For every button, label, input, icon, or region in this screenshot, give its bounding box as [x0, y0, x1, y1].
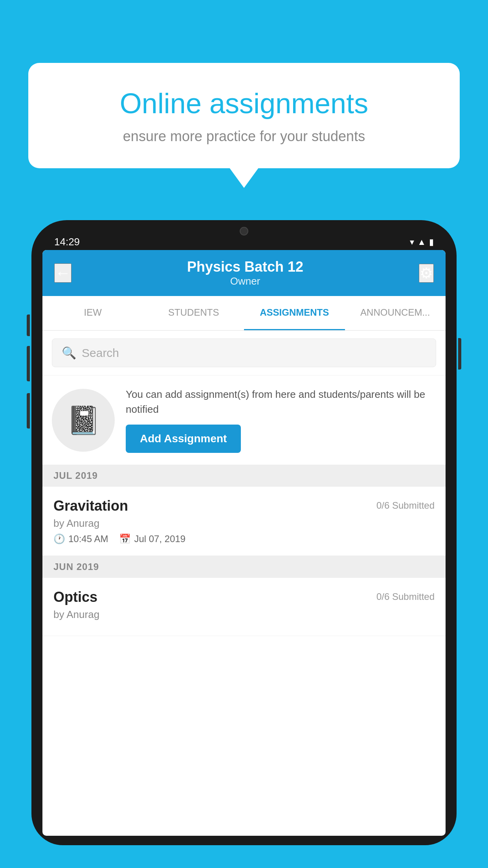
phone-notch	[213, 220, 275, 242]
assignment-by-optics: by Anurag	[53, 609, 435, 621]
phone-container: 14:29 ▾ ▲ ▮ ← Physics Batch 12 Owner ⚙	[31, 220, 457, 868]
search-icon: 🔍	[62, 346, 76, 360]
assignment-by-gravitation: by Anurag	[53, 517, 435, 530]
assignment-submitted-gravitation: 0/6 Submitted	[376, 500, 435, 511]
promo-description: You can add assignment(s) from here and …	[126, 387, 436, 417]
assignment-name-gravitation: Gravitation	[53, 498, 128, 514]
tab-students[interactable]: STUDENTS	[143, 296, 244, 330]
search-box[interactable]: 🔍 Search	[52, 338, 436, 367]
section-header-jun-text: JUN 2019	[53, 561, 99, 572]
assignment-date-gravitation: 📅 Jul 07, 2019	[119, 533, 185, 544]
phone-screen: ← Physics Batch 12 Owner ⚙ IEW STUDENTS …	[42, 250, 446, 836]
silent-button	[27, 393, 30, 428]
phone-time: 14:29	[54, 236, 80, 248]
assignment-row-top-optics: Optics 0/6 Submitted	[53, 589, 435, 605]
status-bar: 14:29 ▾ ▲ ▮	[42, 232, 446, 250]
notebook-icon: 📓	[66, 404, 101, 436]
assignment-submitted-optics: 0/6 Submitted	[376, 591, 435, 602]
add-assignment-button[interactable]: Add Assignment	[126, 425, 241, 453]
settings-button[interactable]: ⚙	[419, 264, 434, 283]
speech-bubble-title: Online assignments	[56, 86, 432, 120]
speech-bubble-subtitle: ensure more practice for your students	[56, 128, 432, 145]
status-icons: ▾ ▲ ▮	[410, 237, 434, 247]
promo-section: 📓 You can add assignment(s) from here an…	[42, 375, 446, 465]
assignment-item-gravitation[interactable]: Gravitation 0/6 Submitted by Anurag 🕐 10…	[42, 487, 446, 556]
back-button[interactable]: ←	[54, 263, 72, 283]
time-value-gravitation: 10:45 AM	[68, 533, 108, 544]
section-header-jun: JUN 2019	[42, 556, 446, 578]
assignment-row-top: Gravitation 0/6 Submitted	[53, 498, 435, 514]
volume-up-button	[27, 314, 30, 336]
speech-bubble: Online assignments ensure more practice …	[28, 63, 460, 168]
assignment-item-optics[interactable]: Optics 0/6 Submitted by Anurag	[42, 578, 446, 636]
promo-icon-circle: 📓	[52, 389, 115, 452]
promo-text-section: You can add assignment(s) from here and …	[126, 387, 436, 453]
search-placeholder: Search	[82, 346, 119, 360]
tab-announcements[interactable]: ANNOUNCEM...	[345, 296, 446, 330]
assignment-meta-gravitation: 🕐 10:45 AM 📅 Jul 07, 2019	[53, 533, 435, 544]
search-container: 🔍 Search	[42, 331, 446, 375]
tab-iew[interactable]: IEW	[42, 296, 143, 330]
clock-icon: 🕐	[53, 533, 65, 544]
calendar-icon: 📅	[119, 533, 131, 544]
batch-title: Physics Batch 12	[187, 259, 303, 275]
assignment-name-optics: Optics	[53, 589, 97, 605]
tab-assignments[interactable]: ASSIGNMENTS	[244, 296, 345, 330]
date-value-gravitation: Jul 07, 2019	[134, 533, 185, 544]
camera	[240, 227, 248, 235]
section-header-jul-text: JUL 2019	[53, 470, 98, 481]
assignment-time-gravitation: 🕐 10:45 AM	[53, 533, 108, 544]
volume-down-button	[27, 346, 30, 381]
header-center: Physics Batch 12 Owner	[187, 259, 303, 287]
power-button	[458, 338, 461, 370]
wifi-icon: ▾	[410, 237, 414, 247]
app-header: ← Physics Batch 12 Owner ⚙	[42, 250, 446, 296]
signal-icon: ▲	[417, 237, 426, 247]
battery-icon: ▮	[429, 237, 434, 247]
speech-bubble-container: Online assignments ensure more practice …	[28, 63, 460, 168]
phone-outer: 14:29 ▾ ▲ ▮ ← Physics Batch 12 Owner ⚙	[31, 220, 457, 845]
batch-subtitle: Owner	[187, 275, 303, 287]
section-header-jul: JUL 2019	[42, 465, 446, 487]
tabs-container: IEW STUDENTS ASSIGNMENTS ANNOUNCEM...	[42, 296, 446, 331]
